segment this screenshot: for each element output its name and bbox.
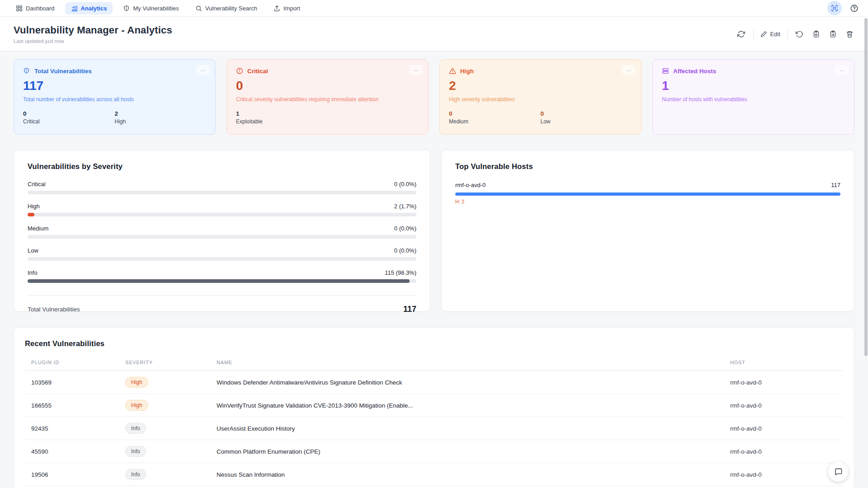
substat-label: Exploitable: [236, 118, 328, 125]
severity-bar-track: [28, 279, 416, 283]
panels-row: Vulnerabilities by Severity Critical 0 (…: [14, 150, 854, 312]
chat-bubble-icon: [834, 468, 843, 476]
stat-card-substat: 1 Exploitable: [236, 110, 328, 125]
stat-card-substat: 0 Critical: [23, 110, 115, 125]
severity-badge: Info: [125, 469, 146, 480]
table-row[interactable]: 166555 High WinVerifyTrust Signature Val…: [25, 394, 843, 417]
nav-item-my-vulnerabilities[interactable]: My Vulnerabilities: [117, 2, 184, 14]
last-updated-text: Last updated just now: [14, 38, 172, 44]
host-bar-fill: [455, 192, 840, 196]
trash-icon: [846, 30, 854, 38]
severity-bar-track: [28, 213, 416, 216]
stat-card-value: 2: [449, 79, 632, 93]
cell-name: Windows Defender Antimalware/Antivirus S…: [217, 371, 730, 394]
cell-severity: High: [125, 394, 217, 417]
stat-card-title: High: [460, 68, 474, 75]
severity-value: 0 (0.0%): [394, 225, 416, 232]
nav-item-dashboard[interactable]: Dashboard: [10, 2, 61, 14]
stat-card-header: High: [449, 67, 632, 75]
nav-items: Dashboard Analytics My Vulnerabilities V…: [10, 2, 306, 14]
severity-value: 0 (0.0%): [394, 181, 416, 188]
severity-row-critical: Critical 0 (0.0%): [28, 181, 416, 194]
severity-bar-fill: [28, 279, 410, 283]
fullscreen-scan-button[interactable]: [827, 1, 842, 15]
cell-host: rmf-o-avd-0: [730, 417, 843, 440]
page-title: Vulnerability Manager - Analytics: [14, 24, 172, 36]
substat-label: High: [115, 118, 207, 125]
main-content: Total Vulnerabilities -- 117 Total numbe…: [0, 51, 868, 488]
table-row[interactable]: 103569 High Windows Defender Antimalware…: [25, 371, 843, 394]
substat-label: Medium: [449, 118, 541, 125]
table-row[interactable]: 45590 Info Common Platform Enumeration (…: [25, 440, 843, 463]
alert-triangle-icon: [449, 67, 456, 75]
shield-alert-icon: [123, 5, 130, 12]
recent-panel-title: Recent Vulnerabilities: [25, 339, 843, 348]
substat-value: 0: [23, 110, 115, 117]
recent-vulnerabilities-panel: Recent Vulnerabilities PLUGIN IDSEVERITY…: [14, 327, 854, 488]
stat-card-substats: 0 Critical 2 High: [23, 110, 206, 125]
divider: [753, 29, 754, 40]
severity-row-medium: Medium 0 (0.0%): [28, 225, 416, 239]
column-header-name: NAME: [217, 356, 730, 371]
help-button[interactable]: [848, 2, 860, 14]
stat-card-high: High -- 2 High severity vulnerabilities …: [439, 59, 642, 135]
stat-card-substats: 1 Exploitable: [236, 110, 419, 125]
severity-row-low: Low 0 (0.0%): [28, 247, 416, 261]
severity-value: 115 (98.3%): [385, 269, 416, 276]
cell-severity: Info: [125, 486, 217, 488]
divider: [787, 29, 788, 40]
delete-button[interactable]: [844, 29, 854, 39]
nav-item-analytics[interactable]: Analytics: [65, 2, 113, 14]
card-menu-button[interactable]: --: [196, 65, 210, 75]
stat-cards-row: Total Vulnerabilities -- 117 Total numbe…: [14, 59, 854, 135]
nav-item-label: Analytics: [81, 5, 107, 12]
severity-badge: High: [125, 400, 148, 411]
cell-severity: Info: [125, 440, 217, 463]
refresh-button[interactable]: [736, 29, 746, 39]
page-scrollbar[interactable]: [864, 18, 868, 356]
edit-button-label: Edit: [770, 31, 780, 38]
cell-plugin-id: 103569: [25, 371, 125, 394]
clipboard-export-button[interactable]: [828, 29, 838, 39]
stat-card-description: Number of hosts with vulnerabilities: [662, 96, 845, 103]
table-row[interactable]: 92435 Info UserAssist Execution History …: [25, 417, 843, 440]
undo-button[interactable]: [794, 29, 804, 39]
substat-value: 0: [541, 110, 632, 117]
cell-plugin-id: 45590: [25, 440, 125, 463]
header-actions: Edit: [736, 29, 854, 40]
stat-card-value: 1: [662, 79, 845, 93]
stat-card-header: Critical: [236, 67, 419, 75]
cell-plugin-id: 19506: [25, 463, 125, 486]
cell-host: rmf-o-avd-0: [730, 440, 843, 463]
clipboard-arrow-left-icon: [812, 30, 820, 38]
cell-host: rmf-o-avd-0: [730, 394, 843, 417]
substat-label: Critical: [23, 118, 115, 125]
table-row[interactable]: 19506 Info Nessus Scan Information rmf-o…: [25, 463, 843, 486]
substat-value: 2: [115, 110, 207, 117]
nav-item-import[interactable]: Import: [268, 2, 306, 14]
table-body: 103569 High Windows Defender Antimalware…: [25, 371, 843, 488]
severity-total-label: Total Vulnerabilities: [28, 306, 80, 313]
top-hosts-panel-title: Top Vulnerable Hosts: [455, 162, 840, 171]
severity-value: 0 (0.0%): [394, 247, 416, 254]
table-row-partial[interactable]: Info: [25, 486, 843, 488]
cell-name: Nessus Scan Information: [217, 463, 730, 486]
edit-button[interactable]: Edit: [760, 31, 780, 38]
cell-host: rmf-o-avd-0: [730, 463, 843, 486]
nav-item-vulnerability-search[interactable]: Vulnerability Search: [189, 2, 263, 14]
cell-name: Common Platform Enumeration (CPE): [217, 440, 730, 463]
scan-icon: [831, 5, 838, 12]
severity-bar-fill: [28, 213, 34, 216]
card-menu-button[interactable]: --: [622, 65, 636, 75]
severity-total-value: 117: [403, 305, 416, 314]
severity-total-row: Total Vulnerabilities 117: [28, 295, 416, 314]
clipboard-import-button[interactable]: [811, 29, 821, 39]
severity-panel-title: Vulnerabilities by Severity: [28, 162, 416, 171]
card-menu-button[interactable]: --: [835, 65, 849, 75]
pencil-icon: [760, 31, 767, 38]
severity-label: Info: [28, 269, 38, 276]
card-menu-button[interactable]: --: [409, 65, 423, 75]
nav-item-label: My Vulnerabilities: [133, 5, 179, 12]
chat-button[interactable]: [828, 462, 848, 482]
severity-row-high: High 2 (1.7%): [28, 203, 416, 216]
